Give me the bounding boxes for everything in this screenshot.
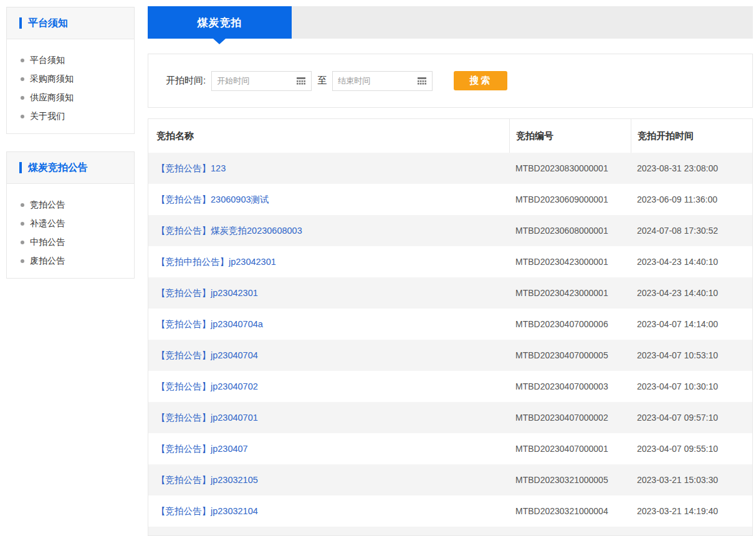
auction-code-cell: MTBD20230830000001 — [509, 163, 631, 173]
header-auction-code: 竞拍编号 — [509, 119, 631, 153]
sidebar-section-list: 竞拍公告 补遗公告 中拍公告 废拍公告 — [7, 184, 134, 278]
auction-time-cell: 2023-04-07 10:53:10 — [631, 350, 752, 360]
calendar-icon[interactable] — [417, 77, 427, 85]
table-row: 【竞拍公告】jp23032105 MTBD20230321000005 2023… — [148, 464, 752, 495]
calendar-icon[interactable] — [296, 77, 306, 85]
auction-name-cell: 【竞拍公告】jp23042301 — [148, 287, 509, 299]
sidebar-item-label: 平台须知 — [30, 55, 65, 66]
sidebar-item[interactable]: 废拍公告 — [21, 252, 134, 270]
auction-link[interactable]: 【竞拍公告】123 — [156, 163, 226, 173]
auction-name-cell: 【竞拍公告】jp230407 — [148, 443, 509, 455]
sidebar-item[interactable]: 关于我们 — [21, 107, 134, 126]
bullet-icon — [21, 203, 24, 207]
auction-code-cell: MTBD20230423000001 — [509, 257, 631, 267]
auction-link[interactable]: 【竞拍公告】jp23040701 — [156, 413, 258, 423]
sidebar-section-title: 煤炭竞拍公告 — [28, 161, 88, 175]
sidebar-item-label: 关于我们 — [30, 111, 65, 122]
auction-code-cell: MTBD20230407000003 — [509, 381, 631, 391]
search-panel: 开拍时间: 至 — [148, 54, 753, 108]
table-row: 【竞拍公告】jp23040704 MTBD20230407000005 2023… — [148, 340, 752, 371]
auction-link[interactable]: 【竞拍公告】jp23040702 — [156, 381, 258, 391]
bullet-icon — [21, 115, 24, 118]
auction-code-cell: MTBD20230321000005 — [509, 475, 631, 485]
table-row: 【竞拍公告】jp23040704a MTBD20230407000006 202… — [148, 309, 752, 340]
table-body: 【竞拍公告】123 MTBD20230830000001 2023-08-31 … — [148, 153, 752, 536]
auction-time-cell: 2023-08-31 23:08:00 — [631, 163, 752, 173]
auction-name-cell: 【竞拍公告】煤炭竞拍20230608003 — [148, 225, 509, 237]
sidebar-item-label: 供应商须知 — [30, 92, 74, 103]
sidebar-item-label: 补遗公告 — [30, 218, 65, 229]
auction-time-cell: 2023-06-09 11:36:00 — [631, 194, 752, 204]
table-row: 【竞拍公告】jp23032104 MTBD20230321000004 2023… — [148, 495, 752, 527]
main-content: 煤炭竞拍 开拍时间: 至 — [148, 6, 753, 536]
auction-time-cell: 2023-04-07 09:55:10 — [631, 444, 752, 454]
search-button[interactable]: 搜索 — [454, 71, 507, 90]
auction-table: 竞拍名称 竞拍编号 竞拍开拍时间 【竞拍公告】123 MTBD202308300… — [148, 118, 753, 536]
table-row: 【竞拍中拍公告】jp23042301 MTBD20230423000001 20… — [148, 246, 752, 277]
sidebar: 平台须知 平台须知 采购商须知 供应商须知 关于我们 煤炭竞拍公告 竞拍公告 补… — [6, 7, 135, 296]
sidebar-item[interactable]: 采购商须知 — [21, 70, 134, 89]
auction-time-cell: 2023-04-23 14:40:10 — [631, 257, 752, 267]
tab-bar: 煤炭竞拍 — [148, 6, 753, 39]
table-row: 【竞拍公告】jp23040701 MTBD20230407000002 2023… — [148, 402, 752, 433]
auction-link[interactable]: 【竞拍公告】jp230407 — [156, 444, 248, 454]
table-row: 【竞拍公告】23060903测试 MTBD20230609000001 2023… — [148, 184, 752, 215]
auction-name-cell: 【竞拍公告】23060903测试 — [148, 194, 509, 206]
auction-name-cell: 【竞拍公告】jp23040701 — [148, 412, 509, 424]
auction-code-cell: MTBD20230608000001 — [509, 226, 631, 236]
table-row: 【竞拍公告】jp23042301 MTBD20230423000001 2023… — [148, 277, 752, 309]
bullet-icon — [21, 77, 24, 81]
auction-code-cell: MTBD20230407000006 — [509, 319, 631, 329]
sidebar-section: 煤炭竞拍公告 竞拍公告 补遗公告 中拍公告 废拍公告 — [6, 151, 135, 279]
auction-time-cell: 2023-03-21 15:03:30 — [631, 475, 752, 485]
auction-name-cell: 【竞拍公告】jp23032105 — [148, 474, 509, 486]
auction-name-cell: 【竞拍公告】jp23040704 — [148, 350, 509, 361]
auction-name-cell: 【竞拍公告】jp23032104 — [148, 505, 509, 517]
auction-time-cell: 2023-04-23 14:40:10 — [631, 288, 752, 298]
auction-link[interactable]: 【竞拍公告】23060903测试 — [156, 194, 269, 204]
sidebar-item-label: 废拍公告 — [30, 256, 65, 267]
sidebar-item-label: 竞拍公告 — [30, 199, 65, 211]
auction-link[interactable]: 【竞拍公告】煤炭竞拍20230608003 — [156, 226, 302, 236]
bullet-icon — [21, 241, 24, 244]
auction-link[interactable]: 【竞拍中拍公告】jp23042301 — [156, 257, 276, 267]
sidebar-item[interactable]: 竞拍公告 — [21, 196, 134, 214]
auction-time-cell: 2023-04-07 10:30:10 — [631, 381, 752, 391]
tab-coal-auction[interactable]: 煤炭竞拍 — [148, 6, 292, 39]
auction-link[interactable]: 【竞拍公告】jp23032104 — [156, 506, 258, 516]
auction-time-cell: 2023-04-07 14:14:00 — [631, 319, 752, 329]
sidebar-item[interactable]: 中拍公告 — [21, 233, 134, 252]
auction-link[interactable]: 【竞拍公告】jp23040704a — [156, 319, 263, 329]
sidebar-item[interactable]: 供应商须知 — [21, 89, 134, 107]
table-row: 【竞拍公告】煤炭竞拍20230608003 MTBD20230608000001… — [148, 215, 752, 246]
sidebar-section-list: 平台须知 采购商须知 供应商须知 关于我们 — [7, 39, 134, 133]
sidebar-item-label: 中拍公告 — [30, 237, 65, 248]
start-time-field[interactable] — [211, 71, 312, 91]
start-time-input[interactable] — [217, 76, 294, 85]
bullet-icon — [21, 222, 24, 226]
sidebar-item-label: 采购商须知 — [30, 74, 74, 85]
auction-code-cell: MTBD20230407000005 — [509, 350, 631, 360]
tab-caret-icon — [213, 39, 226, 44]
auction-code-cell: MTBD20230609000001 — [509, 194, 631, 204]
auction-link[interactable]: 【竞拍公告】jp23040704 — [156, 350, 258, 360]
auction-link[interactable]: 【竞拍公告】jp23032105 — [156, 475, 258, 485]
table-row: 【竞拍公告】jp23040702 MTBD20230407000003 2023… — [148, 371, 752, 402]
sidebar-section-header: 煤炭竞拍公告 — [7, 152, 134, 184]
auction-time-cell: 2023-03-21 14:19:40 — [631, 506, 752, 516]
header-auction-name: 竞拍名称 — [148, 119, 509, 153]
end-time-input[interactable] — [338, 76, 414, 85]
bullet-icon — [21, 96, 24, 100]
header-auction-time: 竞拍开拍时间 — [631, 119, 752, 153]
end-time-field[interactable] — [332, 71, 433, 91]
section-accent-bar-icon — [19, 17, 22, 29]
sidebar-item[interactable]: 平台须知 — [21, 51, 134, 70]
bullet-icon — [21, 259, 24, 263]
sidebar-section-header: 平台须知 — [7, 7, 134, 39]
sidebar-item[interactable]: 补遗公告 — [21, 214, 134, 233]
auction-link[interactable]: 【竞拍公告】jp23042301 — [156, 288, 258, 298]
sidebar-section-title: 平台须知 — [28, 17, 68, 30]
auction-time-cell: 2024-07-08 17:30:52 — [631, 226, 752, 236]
auction-code-cell: MTBD20230321000004 — [509, 506, 631, 516]
search-label: 开拍时间: — [166, 75, 206, 87]
